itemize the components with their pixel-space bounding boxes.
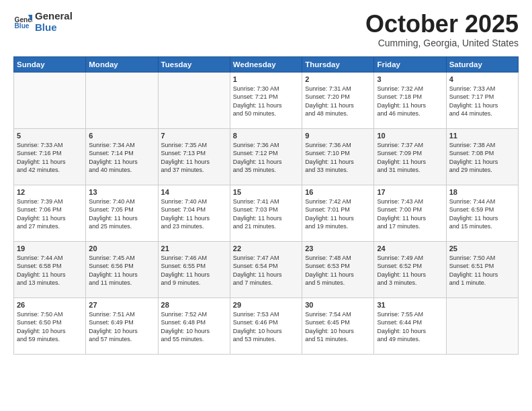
day-number: 13 xyxy=(89,188,154,196)
logo-general-text: General xyxy=(35,11,73,22)
calendar-cell xyxy=(86,72,158,128)
day-info: Sunrise: 7:53 AM Sunset: 6:46 PM Dayligh… xyxy=(233,310,299,344)
logo-icon: General Blue xyxy=(13,13,32,32)
day-info: Sunrise: 7:55 AM Sunset: 6:44 PM Dayligh… xyxy=(377,310,443,344)
day-info: Sunrise: 7:36 AM Sunset: 7:12 PM Dayligh… xyxy=(233,141,299,175)
day-info: Sunrise: 7:50 AM Sunset: 6:51 PM Dayligh… xyxy=(449,254,515,287)
weekday-header-sunday: Sunday xyxy=(14,56,86,72)
day-number: 18 xyxy=(449,188,515,196)
calendar-cell: 4Sunrise: 7:33 AM Sunset: 7:17 PM Daylig… xyxy=(446,72,518,128)
day-number: 3 xyxy=(377,75,443,83)
day-number: 27 xyxy=(89,301,154,309)
calendar-cell: 5Sunrise: 7:33 AM Sunset: 7:16 PM Daylig… xyxy=(14,128,86,185)
day-info: Sunrise: 7:44 AM Sunset: 6:59 PM Dayligh… xyxy=(449,197,515,231)
day-info: Sunrise: 7:40 AM Sunset: 7:05 PM Dayligh… xyxy=(89,197,154,231)
calendar-week-1: 5Sunrise: 7:33 AM Sunset: 7:16 PM Daylig… xyxy=(14,128,519,185)
day-info: Sunrise: 7:34 AM Sunset: 7:14 PM Dayligh… xyxy=(89,141,154,175)
day-number: 17 xyxy=(377,188,443,196)
calendar-cell: 21Sunrise: 7:46 AM Sunset: 6:55 PM Dayli… xyxy=(158,241,230,298)
calendar-cell: 16Sunrise: 7:42 AM Sunset: 7:01 PM Dayli… xyxy=(302,185,374,241)
day-info: Sunrise: 7:46 AM Sunset: 6:55 PM Dayligh… xyxy=(161,254,227,287)
calendar-week-0: 1Sunrise: 7:30 AM Sunset: 7:21 PM Daylig… xyxy=(14,72,519,128)
svg-text:Blue: Blue xyxy=(15,22,30,30)
calendar-cell: 13Sunrise: 7:40 AM Sunset: 7:05 PM Dayli… xyxy=(86,185,158,241)
calendar-cell: 18Sunrise: 7:44 AM Sunset: 6:59 PM Dayli… xyxy=(446,185,518,241)
calendar-cell: 10Sunrise: 7:37 AM Sunset: 7:09 PM Dayli… xyxy=(374,128,446,185)
day-number: 12 xyxy=(17,188,83,196)
day-info: Sunrise: 7:49 AM Sunset: 6:52 PM Dayligh… xyxy=(377,254,443,287)
calendar-cell: 17Sunrise: 7:43 AM Sunset: 7:00 PM Dayli… xyxy=(374,185,446,241)
title-block: October 2025 Cumming, Georgia, United St… xyxy=(365,11,519,48)
day-info: Sunrise: 7:48 AM Sunset: 6:53 PM Dayligh… xyxy=(305,254,371,287)
day-number: 24 xyxy=(377,244,443,253)
day-number: 31 xyxy=(377,301,443,309)
calendar-cell: 12Sunrise: 7:39 AM Sunset: 7:06 PM Dayli… xyxy=(14,185,86,241)
day-info: Sunrise: 7:51 AM Sunset: 6:49 PM Dayligh… xyxy=(89,310,154,344)
day-number: 11 xyxy=(449,132,515,140)
calendar-cell xyxy=(446,298,518,354)
day-number: 14 xyxy=(161,188,227,196)
calendar-cell xyxy=(158,72,230,128)
weekday-header-row: SundayMondayTuesdayWednesdayThursdayFrid… xyxy=(14,56,519,72)
calendar-table: SundayMondayTuesdayWednesdayThursdayFrid… xyxy=(13,56,519,355)
calendar-cell: 20Sunrise: 7:45 AM Sunset: 6:56 PM Dayli… xyxy=(86,241,158,298)
calendar-cell: 27Sunrise: 7:51 AM Sunset: 6:49 PM Dayli… xyxy=(86,298,158,354)
calendar-cell: 23Sunrise: 7:48 AM Sunset: 6:53 PM Dayli… xyxy=(302,241,374,298)
calendar-cell: 6Sunrise: 7:34 AM Sunset: 7:14 PM Daylig… xyxy=(86,128,158,185)
weekday-header-wednesday: Wednesday xyxy=(230,56,302,72)
day-number: 10 xyxy=(377,132,443,140)
calendar-cell: 8Sunrise: 7:36 AM Sunset: 7:12 PM Daylig… xyxy=(230,128,302,185)
calendar-week-3: 19Sunrise: 7:44 AM Sunset: 6:58 PM Dayli… xyxy=(14,241,519,298)
calendar-body: 1Sunrise: 7:30 AM Sunset: 7:21 PM Daylig… xyxy=(14,72,519,354)
day-info: Sunrise: 7:42 AM Sunset: 7:01 PM Dayligh… xyxy=(305,197,371,231)
location: Cumming, Georgia, United States xyxy=(365,38,519,48)
day-number: 6 xyxy=(89,132,154,140)
day-number: 21 xyxy=(161,244,227,253)
day-number: 1 xyxy=(233,75,299,83)
day-info: Sunrise: 7:30 AM Sunset: 7:21 PM Dayligh… xyxy=(233,85,299,118)
day-number: 28 xyxy=(161,301,227,309)
day-number: 2 xyxy=(305,75,371,83)
calendar-container: General Blue General Blue October 2025 C… xyxy=(0,0,532,361)
calendar-cell: 15Sunrise: 7:41 AM Sunset: 7:03 PM Dayli… xyxy=(230,185,302,241)
weekday-header-friday: Friday xyxy=(374,56,446,72)
calendar-cell xyxy=(14,72,86,128)
day-info: Sunrise: 7:32 AM Sunset: 7:18 PM Dayligh… xyxy=(377,85,443,118)
day-number: 20 xyxy=(89,244,154,253)
day-number: 22 xyxy=(233,244,299,253)
calendar-cell: 3Sunrise: 7:32 AM Sunset: 7:18 PM Daylig… xyxy=(374,72,446,128)
day-info: Sunrise: 7:38 AM Sunset: 7:08 PM Dayligh… xyxy=(449,141,515,175)
weekday-header-saturday: Saturday xyxy=(446,56,518,72)
day-info: Sunrise: 7:33 AM Sunset: 7:17 PM Dayligh… xyxy=(449,85,515,118)
day-number: 23 xyxy=(305,244,371,253)
calendar-cell: 2Sunrise: 7:31 AM Sunset: 7:20 PM Daylig… xyxy=(302,72,374,128)
day-info: Sunrise: 7:54 AM Sunset: 6:45 PM Dayligh… xyxy=(305,310,371,344)
day-info: Sunrise: 7:50 AM Sunset: 6:50 PM Dayligh… xyxy=(17,310,83,344)
day-number: 4 xyxy=(449,75,515,83)
calendar-cell: 31Sunrise: 7:55 AM Sunset: 6:44 PM Dayli… xyxy=(374,298,446,354)
calendar-week-2: 12Sunrise: 7:39 AM Sunset: 7:06 PM Dayli… xyxy=(14,185,519,241)
calendar-cell: 1Sunrise: 7:30 AM Sunset: 7:21 PM Daylig… xyxy=(230,72,302,128)
day-info: Sunrise: 7:36 AM Sunset: 7:10 PM Dayligh… xyxy=(305,141,371,175)
day-info: Sunrise: 7:39 AM Sunset: 7:06 PM Dayligh… xyxy=(17,197,83,231)
day-info: Sunrise: 7:35 AM Sunset: 7:13 PM Dayligh… xyxy=(161,141,227,175)
calendar-cell: 7Sunrise: 7:35 AM Sunset: 7:13 PM Daylig… xyxy=(158,128,230,185)
month-title: October 2025 xyxy=(365,11,519,38)
day-number: 29 xyxy=(233,301,299,309)
day-number: 5 xyxy=(17,132,83,140)
calendar-cell: 11Sunrise: 7:38 AM Sunset: 7:08 PM Dayli… xyxy=(446,128,518,185)
day-info: Sunrise: 7:44 AM Sunset: 6:58 PM Dayligh… xyxy=(17,254,83,287)
calendar-cell: 30Sunrise: 7:54 AM Sunset: 6:45 PM Dayli… xyxy=(302,298,374,354)
day-number: 15 xyxy=(233,188,299,196)
weekday-header-thursday: Thursday xyxy=(302,56,374,72)
day-info: Sunrise: 7:41 AM Sunset: 7:03 PM Dayligh… xyxy=(233,197,299,231)
calendar-cell: 28Sunrise: 7:52 AM Sunset: 6:48 PM Dayli… xyxy=(158,298,230,354)
day-number: 8 xyxy=(233,132,299,140)
logo: General Blue General Blue xyxy=(13,11,73,33)
calendar-cell: 9Sunrise: 7:36 AM Sunset: 7:10 PM Daylig… xyxy=(302,128,374,185)
weekday-header-tuesday: Tuesday xyxy=(158,56,230,72)
day-info: Sunrise: 7:31 AM Sunset: 7:20 PM Dayligh… xyxy=(305,85,371,118)
logo-blue-text: Blue xyxy=(35,22,73,34)
day-number: 30 xyxy=(305,301,371,309)
day-info: Sunrise: 7:33 AM Sunset: 7:16 PM Dayligh… xyxy=(17,141,83,175)
